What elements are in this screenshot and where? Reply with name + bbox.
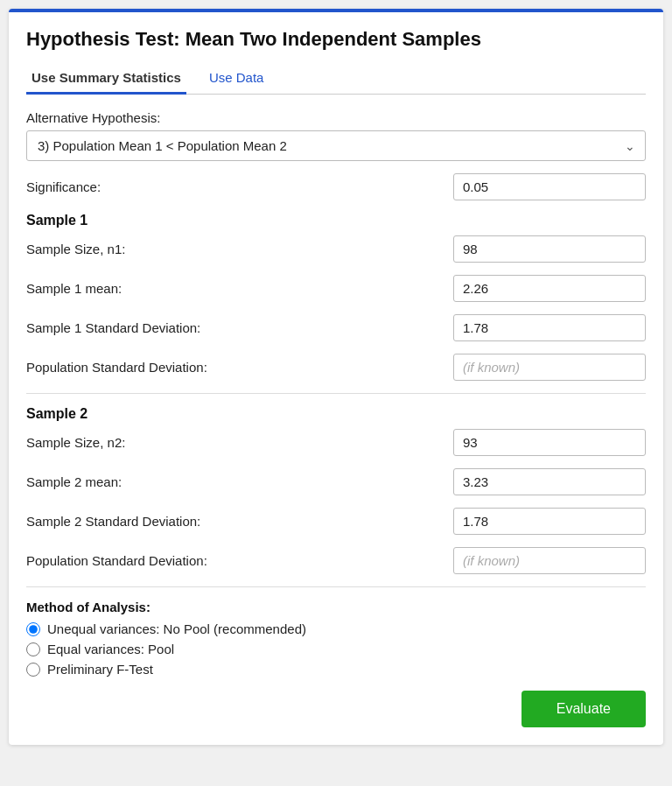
sample1-size-label: Sample Size, n1: <box>26 242 453 256</box>
sample2-section: Sample 2 Sample Size, n2: Sample 2 mean:… <box>26 406 646 574</box>
divider-1 <box>26 393 646 394</box>
alternative-hypothesis-select[interactable]: 1) Population Mean 1 ≠ Population Mean 2… <box>26 130 646 161</box>
alternative-hypothesis-section: Alternative Hypothesis: 1) Population Me… <box>26 110 646 161</box>
sample2-size-row: Sample Size, n2: <box>26 429 646 456</box>
method-label-ftest: Preliminary F-Test <box>47 662 153 677</box>
method-label-equal: Equal variances: Pool <box>47 642 174 656</box>
sample1-std-label: Sample 1 Standard Deviation: <box>26 320 453 335</box>
sample2-popstd-row: Population Standard Deviation: <box>26 547 646 574</box>
main-card: Hypothesis Test: Mean Two Independent Sa… <box>9 9 663 745</box>
sample2-title: Sample 2 <box>26 406 646 422</box>
method-option-2-row: Equal variances: Pool <box>26 642 646 656</box>
sample1-mean-input[interactable] <box>453 275 646 302</box>
sample2-mean-row: Sample 2 mean: <box>26 468 646 495</box>
tab-summary-statistics[interactable]: Use Summary Statistics <box>26 63 186 94</box>
sample1-std-input[interactable] <box>453 314 646 341</box>
sample1-mean-label: Sample 1 mean: <box>26 281 453 296</box>
alternative-hypothesis-select-wrapper: 1) Population Mean 1 ≠ Population Mean 2… <box>26 130 646 161</box>
tab-use-data[interactable]: Use Data <box>204 63 270 94</box>
sample2-popstd-label: Population Standard Deviation: <box>26 553 453 568</box>
significance-row: Significance: <box>26 173 646 200</box>
page-title: Hypothesis Test: Mean Two Independent Sa… <box>26 28 646 51</box>
method-section: Method of Analysis: Unequal variances: N… <box>26 600 646 677</box>
card-body: Alternative Hypothesis: 1) Population Me… <box>9 95 663 745</box>
sample1-popstd-input[interactable] <box>453 354 646 381</box>
sample2-std-label: Sample 2 Standard Deviation: <box>26 514 453 529</box>
sample2-mean-label: Sample 2 mean: <box>26 474 453 489</box>
sample1-size-row: Sample Size, n1: <box>26 235 646 263</box>
method-radio-ftest[interactable] <box>26 663 40 677</box>
sample2-size-label: Sample Size, n2: <box>26 435 453 450</box>
significance-label: Significance: <box>26 179 453 194</box>
tab-bar: Use Summary Statistics Use Data <box>26 63 646 95</box>
method-option-1-row: Unequal variances: No Pool (recommended) <box>26 621 646 636</box>
card-header: Hypothesis Test: Mean Two Independent Sa… <box>9 9 663 95</box>
significance-input[interactable] <box>453 173 646 200</box>
method-radio-equal[interactable] <box>26 642 40 656</box>
sample1-popstd-label: Population Standard Deviation: <box>26 360 453 375</box>
method-title: Method of Analysis: <box>26 600 646 614</box>
alternative-hypothesis-label: Alternative Hypothesis: <box>26 110 646 125</box>
sample2-mean-input[interactable] <box>453 468 646 495</box>
evaluate-button[interactable]: Evaluate <box>522 691 646 727</box>
method-option-3-row: Preliminary F-Test <box>26 662 646 677</box>
method-radio-unequal[interactable] <box>26 622 40 636</box>
sample1-popstd-row: Population Standard Deviation: <box>26 354 646 381</box>
sample1-title: Sample 1 <box>26 213 646 228</box>
method-label-unequal: Unequal variances: No Pool (recommended) <box>47 621 306 636</box>
sample1-std-row: Sample 1 Standard Deviation: <box>26 314 646 341</box>
divider-2 <box>26 586 646 587</box>
sample2-std-row: Sample 2 Standard Deviation: <box>26 508 646 535</box>
sample2-std-input[interactable] <box>453 508 646 535</box>
sample1-size-input[interactable] <box>453 235 646 263</box>
sample2-size-input[interactable] <box>453 429 646 456</box>
evaluate-row: Evaluate <box>26 691 646 727</box>
sample1-section: Sample 1 Sample Size, n1: Sample 1 mean:… <box>26 213 646 381</box>
sample1-mean-row: Sample 1 mean: <box>26 275 646 302</box>
sample2-popstd-input[interactable] <box>453 547 646 574</box>
